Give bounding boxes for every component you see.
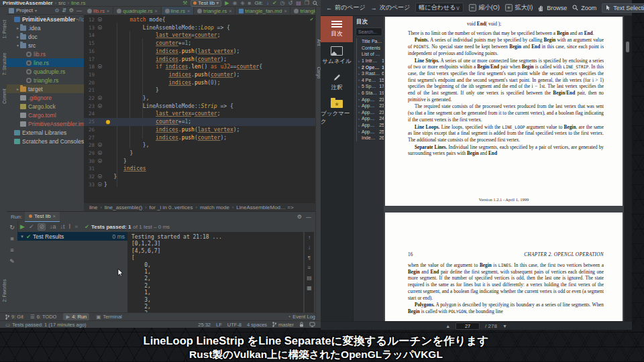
nav-current-file[interactable]: line.rs <box>71 0 85 6</box>
pdf-page-view[interactable]: void End( void );There is no limit on th… <box>384 16 624 322</box>
text-selection-tool-button[interactable]: Text Selection ∨ <box>602 3 644 13</box>
event-log-button[interactable]: ◔ Event Log <box>288 314 315 320</box>
close-icon[interactable]: × <box>107 9 109 13</box>
editor-tab-triangle_fan.md[interactable]: triangle_fan.md× <box>235 7 290 15</box>
next-page-button[interactable]: → 次のページ <box>371 3 411 12</box>
expand-arrow-icon[interactable]: ▸ <box>15 25 20 30</box>
toc-item-Inde…[interactable]: Inde…26 <box>356 135 384 141</box>
intention-bulb-icon[interactable] <box>106 120 110 124</box>
tree-item-.idea[interactable]: ▸.idea <box>7 23 84 32</box>
git-commit-icon[interactable]: ✔ <box>272 1 277 6</box>
toc-item-2 Ope…[interactable]: ›2 Ope…1 <box>356 64 384 70</box>
toc-item-App…[interactable]: ›App…23 <box>356 109 384 116</box>
scroll-up-icon[interactable]: ↑ <box>308 235 311 241</box>
code-line-25[interactable]: 25counter+=1; <box>84 118 315 126</box>
soft-wrap-icon[interactable]: ¶ <box>308 255 311 261</box>
fold-icon[interactable] <box>98 64 102 68</box>
run-button[interactable]: ▶ <box>225 1 229 6</box>
code-line-18[interactable]: 18if indices.len() as u32==counter{ <box>84 63 315 71</box>
lock-icon[interactable] <box>299 322 304 327</box>
fold-icon[interactable] <box>98 104 102 108</box>
page-down-icon[interactable]: ▼ <box>502 324 507 328</box>
screen-reader-icon[interactable] <box>309 322 315 327</box>
nav-project-name[interactable]: PrimitiveAssembler <box>3 0 53 6</box>
fold-icon[interactable] <box>98 159 102 163</box>
git-update-icon[interactable]: ↓ <box>266 1 269 6</box>
code-line-20[interactable]: 20indices.push(0); <box>84 79 315 87</box>
previous-page-button[interactable]: ← 前のページ <box>326 3 366 12</box>
toc-item-5 Sp…[interactable]: ›5 Sp…17 <box>356 83 384 90</box>
code-line-17[interactable]: 17indices.push(counter); <box>84 56 315 64</box>
breadcrumb-item[interactable]: match mode <box>200 204 229 210</box>
toc-item-1 Intr…[interactable]: ›1 Intr…1 <box>356 58 384 64</box>
editor-tab-triangle.rs[interactable]: triangle.rs× <box>194 7 235 15</box>
rollback-icon[interactable]: ↺ <box>288 1 293 6</box>
caret-position[interactable]: 25:32 <box>198 322 211 328</box>
zoom-out-button[interactable]: − 縮小(O) <box>469 3 500 12</box>
nav-src[interactable]: src <box>58 0 66 6</box>
toolwindow-terminal[interactable]: ▣ Terminal <box>96 314 121 320</box>
more-icon[interactable]: » <box>74 224 78 230</box>
tree-item-Scratches and Consoles[interactable]: Scratches and Consoles <box>7 137 84 145</box>
clear-icon[interactable]: ▦ <box>307 285 312 291</box>
pin-icon[interactable]: ✎ <box>9 258 15 265</box>
test-history-icon[interactable]: ≡ <box>10 247 13 253</box>
status-message[interactable]: ▭ Tests passed: 1 (17 minutes ago) <box>5 322 87 328</box>
tree-item-line.rs[interactable]: line.rs <box>7 58 84 67</box>
toolwindow-git[interactable]: 9: Git <box>5 314 23 320</box>
toc-item-App…[interactable]: ›App…25 <box>356 122 384 129</box>
breadcrumb-item[interactable]: LineAssembleMod… => <box>236 204 293 210</box>
fold-icon[interactable] <box>98 182 102 186</box>
chevron-down-icon[interactable]: ▼ <box>20 235 24 239</box>
expand-arrow-icon[interactable]: ▾ <box>15 43 20 48</box>
tree-item-src[interactable]: ▾src <box>7 41 84 50</box>
code-line-26[interactable]: 26indices.push(last_vertex); <box>84 126 315 134</box>
show-passed-icon[interactable]: ✓ <box>29 224 34 230</box>
rerun-icon[interactable]: ↻ <box>9 224 15 231</box>
test-console-output[interactable]: Testing started at 21:18 ...[0,1,2,3][4,… <box>127 232 303 313</box>
chevron-down-icon[interactable]: ▾ <box>35 8 37 13</box>
sort-by-duration-icon[interactable]: ↓t <box>60 224 65 230</box>
close-icon[interactable]: × <box>53 214 56 219</box>
code-line-15[interactable]: 15counter+=1; <box>84 40 315 48</box>
toc-search-input[interactable]: Search... <box>356 27 382 36</box>
history-icon[interactable]: ◷ <box>280 1 285 6</box>
breadcrumb-item[interactable]: for _i in 0..vertices <box>150 204 193 210</box>
code-line-19[interactable]: 19indices.push(counter); <box>84 71 315 79</box>
code-editor[interactable]: 12match mode{13LineAssembleMode::Loop =>… <box>84 15 315 202</box>
sidebar-item-favorites[interactable]: 2: Favorites <box>2 278 7 304</box>
toc-item-Title Pa…[interactable]: Title Pa… <box>356 38 384 45</box>
zoom-in-button[interactable]: + 拡大(I) <box>505 3 533 12</box>
collapse-all-icon[interactable]: ⇵ <box>62 7 66 13</box>
toc-item-App…[interactable]: ›App…24 <box>356 115 384 122</box>
toc-item-List of …[interactable]: List of … <box>356 51 384 58</box>
close-icon[interactable]: × <box>154 9 157 13</box>
pdf-scrollbar[interactable] <box>624 16 632 322</box>
code-line-30[interactable]: 30} <box>84 158 315 166</box>
gear-icon[interactable]: ⚙ <box>69 7 74 13</box>
toc-item-6 Sta…[interactable]: ›6 Sta…19 <box>356 90 384 97</box>
breadcrumb-item[interactable]: line_assemble() <box>105 204 142 210</box>
toc-item-4 Pe…[interactable]: ›4 Pe…15 <box>356 77 384 84</box>
tree-item-Cargo.lock[interactable]: Cargo.lock <box>7 102 84 111</box>
tree-item-PrimitiveAssembler[interactable]: PrimitiveAssembler ~/IdeaProject <box>7 15 84 23</box>
code-line-28[interactable]: 28}, <box>84 141 315 149</box>
code-line-16[interactable]: 16indices.push(last_vertex); <box>84 48 315 56</box>
code-line-14[interactable]: 14last_vertex=counter; <box>84 32 315 40</box>
code-line-33[interactable]: 33} <box>84 181 315 189</box>
code-line-12[interactable]: 12match mode{ <box>84 16 315 24</box>
code-line-31[interactable]: 31indices <box>84 165 315 173</box>
tree-item-PrimitiveAssembler.iml[interactable]: PrimitiveAssembler.iml <box>7 119 84 128</box>
diff-icon[interactable]: ▤ <box>296 1 301 6</box>
code-line-21[interactable]: 21} <box>84 86 315 95</box>
coverage-button[interactable]: ◈ <box>240 1 244 6</box>
stop-button[interactable]: ■ <box>248 1 252 6</box>
toolwindow-run[interactable]: ▶ 4: Run <box>63 313 89 320</box>
tree-item-quadruple.rs[interactable]: quadruple.rs <box>7 67 84 76</box>
inspection-ok-icon[interactable]: ✔ <box>310 16 313 22</box>
show-ignored-icon[interactable]: ⊘ <box>38 223 46 231</box>
fold-icon[interactable] <box>98 96 102 100</box>
hide-panel-icon[interactable]: — <box>306 214 311 220</box>
locate-icon[interactable]: ⊙ <box>54 7 59 13</box>
rerun-tests-icon[interactable]: ▶ <box>20 224 25 230</box>
